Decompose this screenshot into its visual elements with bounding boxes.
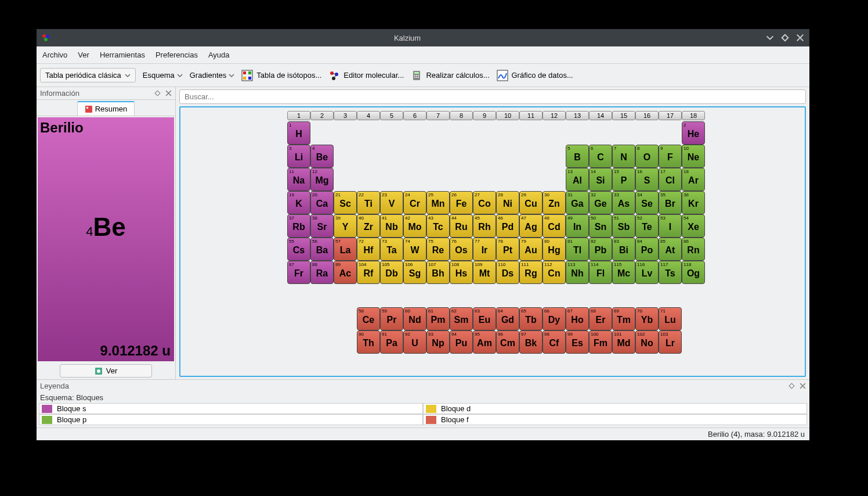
element-Bh[interactable]: 107Bh: [426, 261, 450, 284]
element-Ta[interactable]: 73Ta: [380, 238, 403, 261]
close-icon[interactable]: [795, 33, 805, 42]
group-button-5[interactable]: 5: [380, 111, 403, 120]
element-Kr[interactable]: 36Kr: [682, 191, 705, 214]
element-Pu[interactable]: 94Pu: [450, 330, 473, 354]
group-button-9[interactable]: 9: [473, 111, 496, 120]
element-Lu[interactable]: 71Lu: [659, 307, 682, 330]
menu-ayuda[interactable]: Ayuda: [208, 51, 230, 59]
isotope-table-button[interactable]: Tabla de isótopos...: [241, 70, 321, 81]
element-Ne[interactable]: 10Ne: [682, 145, 705, 168]
element-Ts[interactable]: 117Ts: [659, 261, 682, 284]
group-button-6[interactable]: 6: [403, 111, 426, 120]
element-Lv[interactable]: 116Lv: [635, 261, 659, 284]
element-Pb[interactable]: 82Pb: [589, 238, 612, 261]
group-button-18[interactable]: 18: [682, 111, 705, 120]
element-Sg[interactable]: 106Sg: [403, 261, 426, 284]
element-Ge[interactable]: 32Ge: [589, 191, 612, 214]
element-Se[interactable]: 34Se: [635, 191, 659, 214]
element-Nd[interactable]: 60Nd: [403, 307, 426, 330]
group-button-16[interactable]: 16: [635, 111, 659, 120]
element-Cu[interactable]: 29Cu: [519, 191, 542, 214]
element-N[interactable]: 7N: [612, 145, 635, 168]
element-Sb[interactable]: 51Sb: [612, 214, 635, 238]
element-Np[interactable]: 93Np: [426, 330, 450, 354]
element-Mc[interactable]: 115Mc: [612, 261, 635, 284]
element-Cr[interactable]: 24Cr: [403, 191, 426, 214]
element-Hg[interactable]: 80Hg: [542, 238, 566, 261]
element-Tc[interactable]: 43Tc: [426, 214, 450, 238]
group-button-7[interactable]: 7: [426, 111, 450, 120]
element-U[interactable]: 92U: [403, 330, 426, 354]
element-Fe[interactable]: 26Fe: [450, 191, 473, 214]
element-Ba[interactable]: 56Ba: [310, 238, 334, 261]
element-Sm[interactable]: 62Sm: [450, 307, 473, 330]
element-Er[interactable]: 68Er: [589, 307, 612, 330]
element-F[interactable]: 9F: [659, 145, 682, 168]
menu-preferencias[interactable]: Preferencias: [155, 51, 198, 59]
element-Ds[interactable]: 110Ds: [496, 261, 519, 284]
group-button-2[interactable]: 2: [310, 111, 334, 120]
element-Fm[interactable]: 100Fm: [589, 330, 612, 354]
element-S[interactable]: 16S: [635, 168, 659, 191]
element-Ag[interactable]: 47Ag: [519, 214, 542, 238]
element-Tb[interactable]: 65Tb: [519, 307, 542, 330]
group-button-10[interactable]: 10: [496, 111, 519, 120]
element-Zn[interactable]: 30Zn: [542, 191, 566, 214]
element-Ra[interactable]: 88Ra: [310, 261, 334, 284]
element-Pd[interactable]: 46Pd: [496, 214, 519, 238]
tab-resumen[interactable]: Resumen: [77, 101, 135, 116]
element-Tm[interactable]: 69Tm: [612, 307, 635, 330]
element-Mn[interactable]: 25Mn: [426, 191, 450, 214]
element-Fr[interactable]: 87Fr: [287, 261, 310, 284]
element-Pm[interactable]: 61Pm: [426, 307, 450, 330]
esquema-menu[interactable]: Esquema: [143, 71, 183, 80]
menu-ver[interactable]: Ver: [78, 51, 89, 59]
element-Cm[interactable]: 96Cm: [496, 330, 519, 354]
element-Ho[interactable]: 67Ho: [566, 307, 589, 330]
element-Hs[interactable]: 108Hs: [450, 261, 473, 284]
menu-herramientas[interactable]: Herramientas: [100, 51, 145, 59]
element-Xe[interactable]: 54Xe: [682, 214, 705, 238]
element-Am[interactable]: 95Am: [473, 330, 496, 354]
element-Re[interactable]: 75Re: [426, 238, 450, 261]
group-button-11[interactable]: 11: [519, 111, 542, 120]
element-As[interactable]: 33As: [612, 191, 635, 214]
element-Ca[interactable]: 20Ca: [310, 191, 334, 214]
element-La[interactable]: 57La: [334, 238, 357, 261]
close-panel-icon[interactable]: [800, 383, 806, 389]
element-Pa[interactable]: 91Pa: [380, 330, 403, 354]
element-O[interactable]: 8O: [635, 145, 659, 168]
undock-icon[interactable]: [154, 90, 161, 96]
element-Cf[interactable]: 98Cf: [542, 330, 566, 354]
element-I[interactable]: 53I: [659, 214, 682, 238]
element-Hf[interactable]: 72Hf: [357, 238, 380, 261]
element-Rb[interactable]: 37Rb: [287, 214, 310, 238]
element-Os[interactable]: 76Os: [450, 238, 473, 261]
element-Sn[interactable]: 50Sn: [589, 214, 612, 238]
table-type-dropdown[interactable]: Tabla periódica clásica: [40, 68, 136, 82]
element-Es[interactable]: 99Es: [566, 330, 589, 354]
data-chart-button[interactable]: Gráfico de datos...: [497, 70, 573, 81]
group-button-4[interactable]: 4: [357, 111, 380, 120]
element-Ar[interactable]: 18Ar: [682, 168, 705, 191]
element-Ga[interactable]: 31Ga: [566, 191, 589, 214]
element-B[interactable]: 5B: [566, 145, 589, 168]
group-button-12[interactable]: 12: [542, 111, 566, 120]
element-He[interactable]: 2He: [682, 121, 705, 145]
element-Rg[interactable]: 111Rg: [519, 261, 542, 284]
close-panel-icon[interactable]: [165, 90, 172, 96]
element-Te[interactable]: 52Te: [635, 214, 659, 238]
element-Y[interactable]: 39Y: [334, 214, 357, 238]
group-button-15[interactable]: 15: [612, 111, 635, 120]
element-Eu[interactable]: 63Eu: [473, 307, 496, 330]
element-Au[interactable]: 79Au: [519, 238, 542, 261]
element-Na[interactable]: 11Na: [287, 168, 310, 191]
element-Md[interactable]: 101Md: [612, 330, 635, 354]
element-Mo[interactable]: 42Mo: [403, 214, 426, 238]
menu-archivo[interactable]: Archivo: [42, 51, 67, 59]
element-Po[interactable]: 84Po: [635, 238, 659, 261]
element-Br[interactable]: 35Br: [659, 191, 682, 214]
element-W[interactable]: 74W: [403, 238, 426, 261]
element-Yb[interactable]: 70Yb: [635, 307, 659, 330]
group-button-13[interactable]: 13: [566, 111, 589, 120]
